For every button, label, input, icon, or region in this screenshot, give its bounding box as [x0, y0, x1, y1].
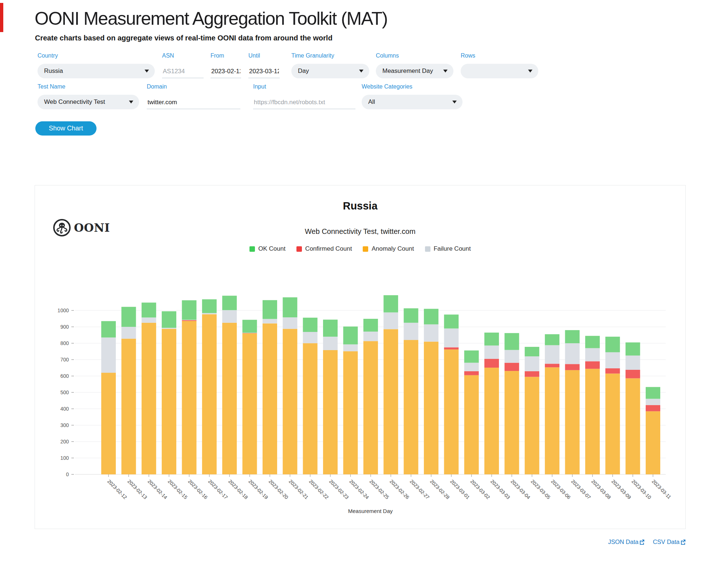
bar-segment[interactable]: [263, 319, 277, 323]
bar-segment[interactable]: [605, 373, 620, 474]
bar-segment[interactable]: [626, 342, 640, 356]
bar-segment[interactable]: [565, 330, 580, 343]
bar-segment[interactable]: [222, 296, 237, 310]
bar-segment[interactable]: [202, 314, 217, 474]
legend-item-failure[interactable]: Failure Count: [425, 245, 471, 252]
from-date-input[interactable]: [210, 64, 241, 78]
bar-segment[interactable]: [605, 337, 620, 352]
legend-item-ok[interactable]: OK Count: [249, 245, 286, 252]
bar-segment[interactable]: [504, 350, 519, 363]
bar-segment[interactable]: [646, 405, 660, 411]
country-select[interactable]: Russia: [38, 64, 155, 78]
bar-segment[interactable]: [323, 350, 338, 474]
bar-segment[interactable]: [424, 342, 438, 474]
bar-segment[interactable]: [444, 329, 459, 348]
website-categories-select[interactable]: All: [362, 95, 463, 109]
bar-segment[interactable]: [142, 323, 156, 474]
bar-segment[interactable]: [303, 343, 318, 474]
bar-segment[interactable]: [585, 369, 600, 474]
bar-segment[interactable]: [525, 347, 539, 356]
bar-segment[interactable]: [484, 333, 499, 346]
bar-segment[interactable]: [323, 337, 338, 350]
bar-segment[interactable]: [162, 329, 176, 474]
bar-segment[interactable]: [404, 308, 418, 323]
bar-segment[interactable]: [383, 295, 398, 312]
bar-segment[interactable]: [263, 324, 277, 474]
legend-item-confirmed[interactable]: Confirmed Count: [296, 245, 352, 252]
bar-segment[interactable]: [484, 359, 499, 368]
bar-segment[interactable]: [343, 351, 358, 474]
bar-segment[interactable]: [545, 364, 559, 367]
bar-segment[interactable]: [202, 299, 217, 313]
bar-segment[interactable]: [283, 329, 297, 474]
show-chart-button[interactable]: Show Chart: [35, 121, 97, 136]
bar-segment[interactable]: [424, 309, 438, 325]
bar-segment[interactable]: [605, 352, 620, 368]
bar-segment[interactable]: [504, 371, 519, 474]
bar-segment[interactable]: [263, 300, 277, 319]
bar-segment[interactable]: [444, 314, 459, 328]
bar-segment[interactable]: [626, 356, 640, 370]
bar-segment[interactable]: [243, 333, 257, 474]
bar-segment[interactable]: [121, 327, 136, 338]
bar-segment[interactable]: [565, 343, 580, 364]
bar-segment[interactable]: [101, 337, 116, 373]
bar-segment[interactable]: [202, 313, 217, 314]
bar-segment[interactable]: [525, 377, 539, 474]
bar-segment[interactable]: [626, 378, 640, 474]
bar-segment[interactable]: [464, 363, 479, 371]
bar-segment[interactable]: [343, 344, 358, 351]
bar-segment[interactable]: [101, 321, 116, 337]
bar-segment[interactable]: [182, 320, 196, 320]
bar-segment[interactable]: [303, 332, 318, 343]
bar-segment[interactable]: [525, 371, 539, 377]
legend-item-anomaly[interactable]: Anomaly Count: [363, 245, 414, 252]
bar-segment[interactable]: [525, 356, 539, 371]
bar-segment[interactable]: [565, 364, 580, 370]
bar-segment[interactable]: [545, 367, 559, 474]
bar-segment[interactable]: [121, 307, 136, 327]
bar-segment[interactable]: [142, 317, 156, 322]
bar-segment[interactable]: [444, 349, 459, 474]
test-name-select[interactable]: Web Connectivity Test: [38, 95, 139, 109]
bar-segment[interactable]: [646, 387, 660, 399]
bar-segment[interactable]: [585, 336, 600, 348]
bar-segment[interactable]: [383, 329, 398, 474]
bar-segment[interactable]: [383, 312, 398, 329]
csv-data-link[interactable]: CSV Data: [653, 538, 686, 545]
bar-segment[interactable]: [404, 340, 418, 474]
json-data-link[interactable]: JSON Data: [608, 538, 645, 545]
bar-segment[interactable]: [182, 321, 196, 474]
bar-segment[interactable]: [283, 297, 297, 317]
bar-segment[interactable]: [484, 345, 499, 359]
input-url-input[interactable]: [253, 95, 355, 109]
bar-segment[interactable]: [101, 373, 116, 474]
bar-segment[interactable]: [404, 323, 418, 340]
bar-segment[interactable]: [363, 319, 378, 332]
bar-segment[interactable]: [646, 411, 660, 474]
columns-select[interactable]: Measurement Day: [376, 64, 453, 78]
until-date-input[interactable]: [248, 64, 280, 78]
bar-segment[interactable]: [243, 333, 257, 333]
bar-segment[interactable]: [444, 347, 459, 349]
bar-segment[interactable]: [484, 368, 499, 474]
bar-segment[interactable]: [182, 300, 196, 320]
bar-segment[interactable]: [243, 333, 257, 333]
bar-segment[interactable]: [626, 370, 640, 378]
bar-segment[interactable]: [565, 370, 580, 474]
bar-segment[interactable]: [464, 350, 479, 363]
bar-segment[interactable]: [585, 361, 600, 369]
asn-input[interactable]: [162, 64, 204, 78]
bar-segment[interactable]: [142, 302, 156, 317]
bar-segment[interactable]: [303, 318, 318, 332]
time-granularity-select[interactable]: Day: [291, 64, 369, 78]
bar-segment[interactable]: [162, 311, 176, 328]
rows-select[interactable]: [461, 64, 538, 78]
bar-segment[interactable]: [464, 375, 479, 474]
bar-segment[interactable]: [343, 326, 358, 344]
bar-segment[interactable]: [545, 334, 559, 345]
bar-segment[interactable]: [504, 363, 519, 371]
bar-segment[interactable]: [605, 368, 620, 373]
bar-segment[interactable]: [363, 341, 378, 474]
domain-input[interactable]: [147, 95, 240, 109]
